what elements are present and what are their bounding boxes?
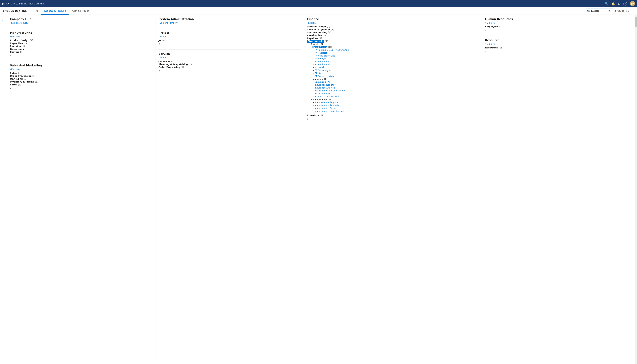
divider-1: [10, 28, 153, 28]
tree-item[interactable]: - FA Total Value Insured: [307, 95, 479, 98]
subnav: CRONUS USA, Inc. All Reports & Analysis …: [0, 7, 637, 15]
search-box[interactable]: ✕: [585, 8, 613, 13]
finance-collapse[interactable]: ∧: [307, 118, 479, 120]
tree-item[interactable]: - FA Details: [307, 66, 479, 69]
manufacturing-explore[interactable]: Explore: [10, 35, 153, 38]
tree-item[interactable]: - Maintenance Register: [307, 101, 479, 104]
project-collapse[interactable]: ∧: [159, 42, 301, 45]
tree-item[interactable]: - Maintenance (4): [307, 98, 479, 101]
avatar[interactable]: JD: [630, 1, 635, 6]
tree-item[interactable]: - FA Book Value 01: [307, 60, 479, 63]
resource-title: Resource: [485, 38, 628, 42]
tree-item[interactable]: - FA Book Value 02: [307, 63, 479, 66]
tree-item[interactable]: - Uninsured FAs: [307, 80, 479, 84]
list-item[interactable]: Receivables (1): [307, 34, 479, 37]
tree-item[interactable]: - Reports (3): [307, 43, 479, 46]
resource-collapse[interactable]: ∧: [485, 50, 628, 52]
list-item[interactable]: Payables (1): [307, 37, 479, 40]
tree-item[interactable]: - FA Acquisition List: [307, 54, 479, 57]
divider-5: [485, 36, 628, 36]
tree-item[interactable]: - Maintenance Analysis: [307, 104, 479, 107]
fixed-assets-item[interactable]: Fixed Assets (1): [307, 40, 479, 43]
tree-item[interactable]: - Insurance Coverage Details: [307, 89, 479, 92]
nav-down-arrow[interactable]: ∨: [628, 10, 629, 12]
section-manufacturing: Manufacturing Explore Product Design (1)…: [10, 31, 153, 57]
grid-icon[interactable]: ⊞: [2, 2, 5, 6]
list-item[interactable]: Jobs (1): [159, 39, 301, 42]
tree-item[interactable]: - FA List: [307, 72, 479, 75]
column-4: Human Resources Explore Employees (1) ∧ …: [482, 18, 631, 361]
sales-collapse[interactable]: ∧: [10, 87, 153, 90]
list-item[interactable]: Capacities (1): [10, 42, 153, 45]
tree-fixed-assets-reports[interactable]: - Fixed Assets (10): [307, 46, 479, 48]
settings-icon[interactable]: ⚙: [618, 2, 620, 6]
project-title: Project: [159, 31, 301, 34]
tab-reports-analysis[interactable]: Reports & Analysis: [41, 7, 69, 15]
company-hub-explore[interactable]: Explore (empty): [10, 22, 153, 24]
bell-icon[interactable]: 🔔: [611, 2, 615, 6]
section-company-hub: Company Hub Explore (empty): [10, 18, 153, 24]
section-hr: Human Resources Explore Employees (1) ∧: [485, 18, 628, 32]
manufacturing-collapse[interactable]: ∧: [10, 54, 153, 57]
content-columns: Company Hub Explore (empty) Manufacturin…: [7, 15, 635, 364]
search-icon[interactable]: 🔍: [605, 2, 608, 6]
list-item[interactable]: Product Design (1): [10, 39, 153, 42]
inventory-item[interactable]: Inventory (2): [307, 114, 479, 117]
system-admin-explore[interactable]: Explore (empty): [159, 22, 301, 24]
list-item[interactable]: Cost Accounting (1): [307, 31, 479, 34]
tree-item[interactable]: - FA Register: [307, 51, 479, 54]
topbar: ⊞ Dynamics 365 Business Central 🔍 🔔 ⚙ ? …: [0, 0, 637, 7]
scrollbar-thumb[interactable]: [635, 17, 637, 27]
list-item[interactable]: Order Processing (1): [10, 74, 153, 78]
back-button[interactable]: ←: [0, 15, 7, 364]
list-item[interactable]: Setup (1): [10, 83, 153, 86]
tree-item[interactable]: - FA Analysis: [307, 57, 479, 60]
list-item[interactable]: Costing (1): [10, 50, 153, 54]
more-options-button[interactable]: ···: [632, 9, 634, 12]
list-item[interactable]: General Ledger (4): [307, 25, 479, 28]
finance-explore[interactable]: Explore: [307, 22, 479, 24]
list-item[interactable]: Cash Management (1): [307, 28, 479, 31]
service-title: Service: [159, 52, 301, 56]
list-item[interactable]: Operations (1): [10, 48, 153, 50]
tree-item[interactable]: - FA G/L Analysis: [307, 69, 479, 72]
tab-administration[interactable]: Administration: [69, 7, 92, 15]
list-item[interactable]: Contracts (1): [159, 60, 301, 63]
list-item[interactable]: Resources (1): [485, 46, 628, 49]
tree-item[interactable]: - Maintenance Next Service: [307, 110, 479, 112]
company-hub-title: Company Hub: [10, 18, 153, 21]
list-item[interactable]: Marketing (1): [10, 78, 153, 80]
tree-item[interactable]: - Insurance Analysis: [307, 86, 479, 89]
column-2: System Administration Explore (empty) Pr…: [156, 18, 304, 361]
tree-item[interactable]: - FA Projected Value: [307, 75, 479, 78]
service-collapse[interactable]: ∧: [159, 69, 301, 72]
column-1: Company Hub Explore (empty) Manufacturin…: [7, 18, 156, 361]
tree-item[interactable]: - Insurance Register: [307, 84, 479, 86]
column-3-finance: Finance Explore General Ledger (4) Cash …: [304, 18, 482, 361]
hr-explore[interactable]: Explore: [485, 22, 628, 24]
list-item[interactable]: Planning (1): [10, 45, 153, 48]
service-explore[interactable]: Explore: [159, 56, 301, 59]
tree-item[interactable]: - Insurance List: [307, 92, 479, 95]
clear-search-button[interactable]: ✕: [608, 10, 610, 12]
tab-all[interactable]: All: [33, 7, 41, 15]
resource-explore[interactable]: Explore: [485, 42, 628, 45]
list-item[interactable]: Employees (1): [485, 25, 628, 28]
scrollbar-track[interactable]: [635, 15, 637, 364]
subnav-divider: [30, 9, 30, 13]
help-icon[interactable]: ?: [623, 2, 627, 6]
list-item[interactable]: Inventory & Pricing (1): [10, 80, 153, 83]
nav-up-arrow[interactable]: ∧: [625, 10, 627, 12]
sales-marketing-explore[interactable]: Explore: [10, 68, 153, 70]
hr-collapse[interactable]: ∧: [485, 29, 628, 32]
finance-title: Finance: [307, 18, 479, 21]
section-project: Project Explore Jobs (1) ∧: [159, 31, 301, 45]
tree-item[interactable]: - Maintenance Details: [307, 107, 479, 110]
project-explore[interactable]: Explore: [159, 35, 301, 38]
tree-item[interactable]: - Insurance (6): [307, 78, 479, 80]
search-input[interactable]: [587, 10, 607, 12]
list-item[interactable]: Sales (2): [10, 72, 153, 74]
tree-item[interactable]: - FA Posting Group - Net Change: [307, 48, 479, 51]
list-item[interactable]: Order Processing (1): [159, 66, 301, 69]
list-item[interactable]: Planning & Dispatching (2): [159, 63, 301, 66]
